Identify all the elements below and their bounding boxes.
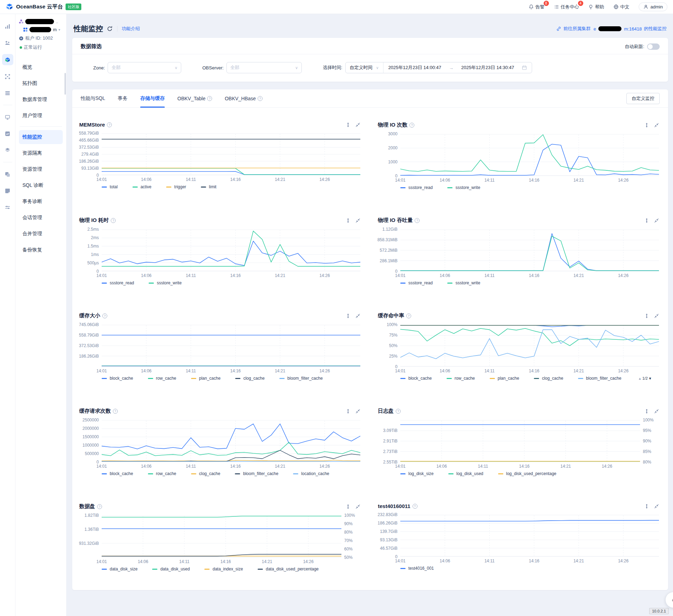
- drag-chart-icon[interactable]: [346, 409, 351, 414]
- legend-item-bloom_filter_cache[interactable]: bloom_filter_cache: [578, 376, 621, 381]
- legend-item-data_disk_used_percentage[interactable]: data_disk_used_percentage: [258, 567, 319, 571]
- organization-icon[interactable]: [2, 38, 13, 48]
- sidebar-item-拓扑图[interactable]: 拓扑图: [19, 76, 63, 90]
- fullscreen-icon[interactable]: [355, 504, 360, 509]
- topology-icon[interactable]: [2, 71, 13, 82]
- sidebar-item-会话管理[interactable]: 会话管理: [19, 211, 63, 225]
- help-icon[interactable]: ?: [396, 409, 401, 414]
- legend-item-block_cache[interactable]: block_cache: [102, 376, 133, 381]
- legend-page-up-icon[interactable]: ▲: [638, 377, 642, 380]
- sidebar-item-合并管理[interactable]: 合并管理: [19, 227, 63, 241]
- trend-icon[interactable]: [2, 128, 13, 139]
- copy-icon[interactable]: [2, 169, 13, 180]
- brand[interactable]: OceanBase 云平台 社区版: [6, 3, 81, 11]
- legend-item-total[interactable]: total: [102, 184, 118, 189]
- legend-item-block_cache[interactable]: block_cache: [400, 376, 432, 381]
- fullscreen-icon[interactable]: [355, 122, 360, 127]
- sidebar-item-备份恢复[interactable]: 备份恢复: [19, 243, 63, 257]
- help-icon[interactable]: ?: [207, 96, 212, 101]
- help-icon[interactable]: ?: [406, 313, 411, 318]
- help-icon[interactable]: ?: [107, 122, 112, 127]
- legend-item-ssstore_read[interactable]: ssstore_read: [102, 280, 134, 285]
- host-icon[interactable]: [2, 112, 13, 122]
- drag-chart-icon[interactable]: [346, 218, 351, 223]
- legend-item-ssstore_write[interactable]: ssstore_write: [447, 185, 480, 190]
- legend-item-clog_cache[interactable]: clog_cache: [235, 376, 265, 381]
- fullscreen-icon[interactable]: [654, 313, 659, 318]
- help-button[interactable]: 帮助: [588, 4, 604, 10]
- bar-chart-icon[interactable]: [2, 21, 13, 32]
- sidebar-item-概览[interactable]: 概览: [19, 60, 63, 74]
- legend-item-location_cache[interactable]: location_cache: [293, 471, 329, 476]
- auto-refresh-toggle[interactable]: [647, 43, 660, 50]
- legend-item-row_cache[interactable]: row_cache: [148, 376, 176, 381]
- help-icon[interactable]: ?: [111, 218, 116, 223]
- legend-item-ssstore_read[interactable]: ssstore_read: [400, 185, 433, 190]
- drag-chart-icon[interactable]: [644, 123, 649, 128]
- drag-chart-icon[interactable]: [346, 122, 351, 127]
- sidebar-item-资源管理[interactable]: 资源管理: [19, 162, 63, 176]
- sidebar-item-SQL 诊断[interactable]: SQL 诊断: [19, 178, 63, 192]
- sidebar-scrollbar[interactable]: [64, 73, 66, 95]
- legend-item-clog_cache[interactable]: clog_cache: [534, 376, 563, 381]
- sidebar-item-资源隔离[interactable]: 资源隔离: [19, 146, 63, 160]
- fullscreen-icon[interactable]: [355, 218, 360, 223]
- report-icon[interactable]: [2, 185, 13, 196]
- legend-item-trigger[interactable]: trigger: [166, 184, 186, 189]
- sliders-icon[interactable]: [2, 202, 13, 212]
- drag-chart-icon[interactable]: [346, 504, 351, 509]
- legend-page-down-icon[interactable]: ▼: [648, 377, 652, 380]
- drag-chart-icon[interactable]: [644, 313, 649, 318]
- fullscreen-icon[interactable]: [355, 313, 360, 318]
- tab-OBKV_Table[interactable]: OBKV_Table?: [177, 89, 212, 108]
- legend-pager[interactable]: ▲1/2▼: [638, 376, 652, 380]
- help-icon[interactable]: ?: [97, 504, 102, 509]
- legend-item-data_disk_size[interactable]: data_disk_size: [102, 567, 137, 571]
- drag-chart-icon[interactable]: [644, 504, 649, 509]
- legend-item-plan_cache[interactable]: plan_cache: [490, 376, 519, 381]
- list-icon[interactable]: [2, 88, 13, 98]
- time-end[interactable]: 2025年12月23日 14:30:47: [461, 65, 514, 71]
- fullscreen-icon[interactable]: [355, 409, 360, 414]
- time-mode-select[interactable]: 自定义时间 ∨: [346, 62, 383, 73]
- legend-item-ssstore_write[interactable]: ssstore_write: [149, 280, 182, 285]
- tab-事务[interactable]: 事务: [118, 89, 128, 108]
- observer-select[interactable]: 全部 ∨: [226, 62, 302, 73]
- sidebar-item-事务诊断[interactable]: 事务诊断: [19, 195, 63, 209]
- sidebar-item-用户管理[interactable]: 用户管理: [19, 109, 63, 123]
- custom-monitor-button[interactable]: 自定义监控: [626, 93, 660, 104]
- drag-chart-icon[interactable]: [346, 313, 351, 318]
- legend-item-ssstore_read[interactable]: ssstore_read: [400, 280, 433, 285]
- help-icon[interactable]: ?: [258, 96, 263, 101]
- legend-item-plan_cache[interactable]: plan_cache: [191, 376, 220, 381]
- legend-item-active[interactable]: active: [132, 184, 151, 189]
- tenant-selector[interactable]: m ▾: [19, 27, 63, 32]
- fullscreen-icon[interactable]: [654, 409, 659, 414]
- legend-item-row_cache[interactable]: row_cache: [447, 376, 475, 381]
- legend-item-log_disk_used[interactable]: log_disk_used: [448, 471, 483, 476]
- sidebar-item-数据库管理[interactable]: 数据库管理: [19, 93, 63, 107]
- time-range-picker[interactable]: 2025年12月23日 14:00:47 → 2025年12月23日 14:30…: [383, 65, 532, 71]
- fullscreen-icon[interactable]: [654, 504, 659, 509]
- zone-select[interactable]: 全部 ∨: [108, 62, 181, 73]
- layers-icon[interactable]: [2, 145, 13, 155]
- legend-item-row_cache[interactable]: row_cache: [148, 471, 176, 476]
- tab-存储与缓存[interactable]: 存储与缓存: [140, 89, 165, 108]
- legend-item-data_index_size[interactable]: data_index_size: [204, 567, 243, 571]
- task-center-button[interactable]: 任务中心 4: [554, 4, 579, 10]
- drag-chart-icon[interactable]: [644, 218, 649, 223]
- legend-item-ssstore_write[interactable]: ssstore_write: [447, 280, 480, 285]
- help-icon[interactable]: ?: [102, 313, 107, 318]
- tenant-cube-icon[interactable]: [2, 54, 13, 65]
- help-icon[interactable]: ?: [415, 218, 420, 223]
- legend-item-clog_cache[interactable]: clog_cache: [191, 471, 220, 476]
- legend-item-test4016_001[interactable]: test4016_001: [400, 566, 434, 571]
- drag-chart-icon[interactable]: [644, 409, 649, 414]
- help-icon[interactable]: ?: [413, 504, 417, 509]
- tab-性能与SQL[interactable]: 性能与SQL: [81, 89, 105, 108]
- language-switch[interactable]: 中文: [613, 4, 630, 10]
- legend-item-bloom_filter_cache[interactable]: bloom_filter_cache: [235, 471, 278, 476]
- tab-OBKV_HBase[interactable]: OBKV_HBase?: [225, 89, 263, 108]
- fullscreen-icon[interactable]: [654, 218, 659, 223]
- legend-item-limit[interactable]: limit: [201, 184, 216, 189]
